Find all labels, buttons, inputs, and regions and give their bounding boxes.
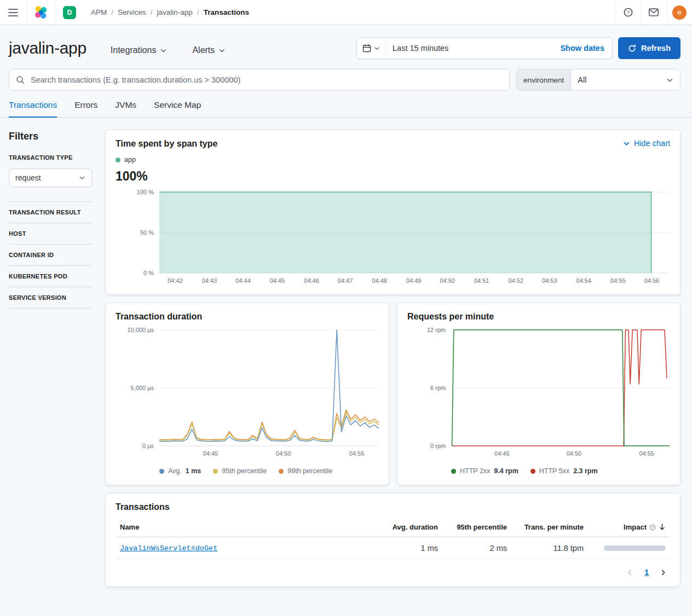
elastic-home-button[interactable] [26, 0, 56, 25]
sort-desc-icon [659, 524, 666, 531]
breadcrumb-separator [111, 8, 113, 16]
environment-select[interactable]: All [571, 69, 680, 90]
column-header-95th-percentile[interactable]: 95th percentile [442, 519, 511, 537]
span-type-panel-title: Time spent by span type [116, 139, 217, 149]
legend-item-http-2xx[interactable]: HTTP 2xx 9.4 rpm [451, 467, 518, 475]
transactions-table: Name Avg. duration 95th percentile Trans… [116, 519, 670, 559]
plot-area[interactable] [159, 329, 379, 446]
svg-text:?: ? [651, 526, 654, 529]
legend-item-avg[interactable]: Avg. 1 ms [159, 467, 201, 475]
transactions-table-title: Transactions [116, 502, 670, 512]
filter-section-transaction-result: TRANSACTION RESULT [9, 201, 92, 223]
impact-bar [604, 545, 666, 551]
current-span-percentage: 100% [116, 169, 670, 184]
tab-errors[interactable]: Errors [74, 100, 97, 117]
transaction-type-label: TRANSACTION TYPE [9, 154, 92, 161]
svg-text:?: ? [626, 10, 629, 15]
filter-section-service-version: SERVICE VERSION [9, 287, 92, 309]
filters-sidebar: Filters TRANSACTION TYPE request TRANSAC… [9, 130, 92, 594]
plot-area[interactable] [451, 329, 670, 446]
refresh-icon [628, 44, 636, 53]
chevron-down-icon [79, 175, 85, 181]
cell-avg-duration: 1 ms [373, 537, 442, 559]
tab-service-map[interactable]: Service Map [154, 100, 201, 117]
search-box [9, 69, 510, 91]
space-switcher[interactable]: D [56, 0, 83, 25]
time-range-value[interactable]: Last 15 minutes [386, 44, 552, 53]
cell-impact [588, 537, 670, 559]
chevron-right-icon [660, 569, 667, 576]
transaction-link[interactable]: JavalinWsServlet#doGet [120, 544, 217, 553]
chevron-down-icon [623, 140, 630, 147]
x-axis-labels: 04:4504:5004:55 [159, 446, 379, 458]
help-icon: ? [623, 7, 633, 18]
page-number-1[interactable]: 1 [644, 568, 649, 577]
date-quick-select-button[interactable] [357, 38, 386, 59]
integrations-menu-button[interactable]: Integrations [111, 45, 168, 55]
hide-chart-button[interactable]: Hide chart [623, 139, 670, 148]
y-axis-labels: 100 %50 %0 % [116, 191, 159, 274]
chevron-left-icon [626, 569, 633, 576]
requests-per-minute-panel: Requests per minute 12 rpm6 rpm0 rpm 04:… [397, 303, 681, 485]
breadcrumb-services[interactable]: Services [118, 8, 146, 16]
filter-section-container-id: CONTAINER ID [9, 244, 92, 265]
legend-dot-icon [451, 469, 456, 474]
legend-item-95th[interactable]: 95th percentile [213, 467, 267, 475]
chevron-down-icon [666, 77, 673, 84]
page-title: javalin-app [9, 39, 86, 57]
filter-section-kubernetes-pod: KUBERNETES POD [9, 265, 92, 287]
search-row: environment All [0, 69, 692, 91]
legend-item-app[interactable]: app [116, 156, 136, 164]
newsfeed-button[interactable] [641, 0, 666, 25]
breadcrumb: APM Services javalin-app Transactions [83, 0, 249, 25]
filter-section-host: HOST [9, 223, 92, 244]
span-type-chart: app 100% 100 %50 %0 % 04:4204:4304:4404:… [116, 156, 670, 286]
column-header-avg-duration[interactable]: Avg. duration [373, 519, 442, 537]
requests-per-minute-title: Requests per minute [407, 312, 670, 322]
mail-icon [649, 8, 659, 16]
tab-jvms[interactable]: JVMs [115, 100, 136, 117]
transaction-duration-title: Transaction duration [116, 312, 379, 322]
elastic-logo [34, 5, 48, 20]
breadcrumb-service-name[interactable]: javalin-app [157, 8, 193, 16]
legend-item-http-5xx[interactable]: HTTP 5xx 2.3 rpm [530, 467, 598, 475]
search-transactions-input[interactable] [30, 75, 503, 85]
help-button[interactable]: ? [615, 0, 641, 25]
legend-item-99th[interactable]: 99th percentile [279, 467, 332, 475]
next-page-button[interactable] [660, 569, 667, 576]
x-axis-labels: 04:4204:4304:4404:4504:4604:4704:4804:49… [159, 274, 670, 286]
legend-dot-icon [279, 469, 284, 474]
y-axis-labels: 10,000 µs5,000 µs0 µs [116, 329, 159, 446]
previous-page-button[interactable] [626, 569, 633, 576]
breadcrumb-separator [197, 8, 199, 16]
breadcrumb-separator [151, 8, 153, 16]
page-header: javalin-app Integrations Alerts Last 15 … [0, 25, 692, 69]
refresh-button[interactable]: Refresh [618, 37, 681, 59]
y-axis-labels: 12 rpm6 rpm0 rpm [407, 329, 451, 446]
transaction-type-select[interactable]: request [9, 168, 92, 187]
date-picker: Last 15 minutes Show dates [356, 37, 613, 59]
column-header-trans-per-minute[interactable]: Trans. per minute [511, 519, 588, 537]
hamburger-icon [8, 9, 18, 16]
column-header-impact[interactable]: Impact ? [588, 519, 670, 537]
calendar-icon [362, 44, 371, 53]
nav-menu-button[interactable] [0, 0, 26, 25]
pagination: 1 [116, 559, 670, 578]
breadcrumb-apm[interactable]: APM [91, 8, 107, 16]
legend-dot-icon [213, 469, 218, 474]
user-avatar[interactable]: e [672, 5, 687, 20]
show-dates-button[interactable]: Show dates [552, 44, 612, 53]
plot-area[interactable] [159, 191, 670, 274]
main-content: Time spent by span type Hide chart app 1… [105, 130, 681, 594]
user-menu-button[interactable]: e [666, 0, 692, 25]
tab-transactions[interactable]: Transactions [9, 100, 57, 117]
transaction-duration-chart: 10,000 µs5,000 µs0 µs 04:4504:5004:55 Av… [116, 329, 379, 475]
space-badge[interactable]: D [63, 6, 76, 19]
transaction-duration-panel: Transaction duration 10,000 µs5,000 µs0 … [105, 303, 389, 485]
service-tabs: Transactions Errors JVMs Service Map [0, 91, 692, 118]
alerts-menu-button[interactable]: Alerts [192, 45, 226, 55]
cell-trans-per-minute: 11.8 tpm [511, 537, 588, 559]
chevron-down-icon [374, 45, 380, 51]
span-type-panel: Time spent by span type Hide chart app 1… [105, 130, 681, 295]
environment-filter: environment All [516, 69, 681, 91]
